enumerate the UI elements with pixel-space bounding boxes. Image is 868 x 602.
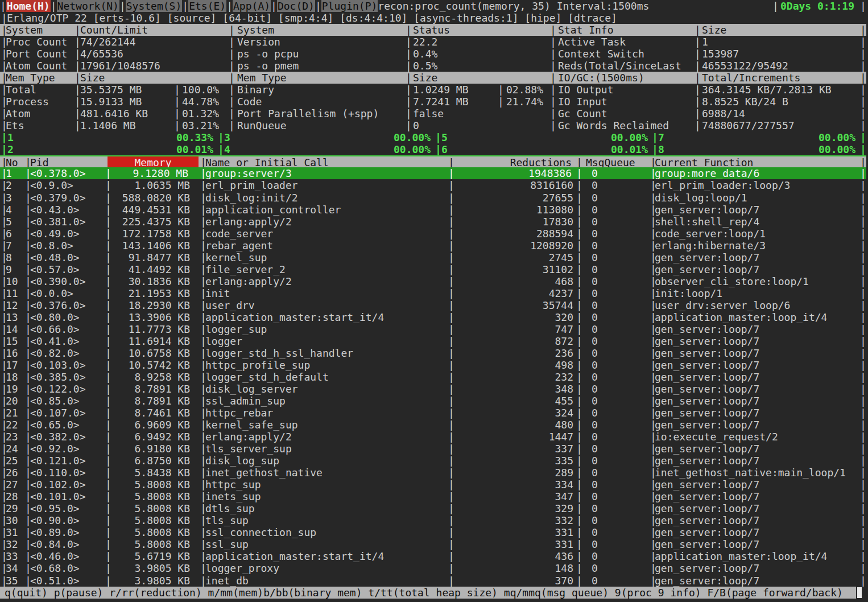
column-header: MsgQueue — [586, 156, 635, 168]
pipe: | — [576, 455, 582, 467]
cell-no: 11 — [6, 287, 18, 299]
pipe: | — [860, 287, 866, 299]
cell-current-function: gen_server:loop/7 — [655, 263, 759, 275]
cell-pid: <0.122.0> — [30, 383, 86, 395]
pipe: | — [448, 347, 454, 359]
process-row: ||||||||25<0.121.0>6.8750 KBdisk_log_sup… — [0, 455, 868, 467]
cell-msgqueue: 0 — [592, 575, 598, 587]
column-header: Current Function — [655, 156, 753, 168]
pipe: | — [448, 479, 454, 490]
column-header: Reductions — [510, 156, 572, 168]
process-row: ||||||||33<0.46.0>5.6719 KBapplication_m… — [0, 550, 868, 562]
pipe: | — [448, 216, 454, 228]
cell-name-or-initial-call: ssl_sup — [205, 538, 249, 550]
cell-memory: 10.5742 KB — [129, 359, 190, 371]
cell-msgqueue: 0 — [592, 371, 598, 383]
cell-name-or-initial-call: disk_log_sup — [205, 455, 279, 467]
cell-memory: 5.8008 KB — [134, 538, 190, 550]
pipe: | — [105, 550, 111, 562]
pipe: | — [576, 347, 582, 359]
pipe: | — [105, 443, 111, 455]
pipe: | — [229, 119, 235, 131]
pipe: | — [860, 72, 866, 84]
pipe: | — [229, 96, 235, 108]
cell-memory: 1.0635 MB — [134, 179, 190, 191]
memory-cell: 7.7241 MB — [413, 96, 469, 108]
pipe: | — [105, 467, 111, 479]
tab-plugin[interactable]: Plugin(P) — [321, 0, 378, 12]
tab-home[interactable]: Home(H) — [6, 0, 51, 12]
cell-no: 1 — [6, 167, 12, 179]
cell-reductions: 370 — [555, 575, 573, 587]
pipe: | — [576, 228, 582, 240]
cell-memory: 18.2930 KB — [129, 299, 190, 311]
uptime-value: 0Days 0:1:19 — [780, 0, 854, 12]
menu-separator: | — [182, 0, 188, 12]
pipe: | — [860, 204, 866, 216]
memory-cell: 35.5375 MB — [80, 84, 142, 96]
pipe: | — [860, 455, 866, 467]
cell-pid: <0.82.0> — [30, 347, 80, 359]
pipe: | — [860, 395, 866, 407]
cell-pid: <0.95.0> — [30, 502, 80, 514]
memory-cell: 0 — [413, 119, 419, 131]
process-row: ||||||||19<0.122.0>8.7891 KBdisk_log_ser… — [0, 383, 868, 395]
system-info-row: |||||||Atom Count17961/1048576ps -o pmem… — [0, 60, 868, 72]
pipe: | — [576, 299, 582, 311]
tab-app[interactable]: App(A) — [233, 0, 271, 12]
pipe: | — [860, 263, 866, 275]
memory-sort-column-header[interactable]: Memory — [108, 156, 199, 168]
pipe: | — [576, 251, 582, 263]
pipe: | — [105, 407, 111, 419]
uptime-separator: | — [772, 0, 779, 12]
cell-no: 33 — [6, 550, 18, 562]
pipe: | — [576, 156, 582, 168]
memory-cell: 1.1406 MB — [80, 119, 136, 131]
pipe: | — [860, 526, 866, 538]
cell-name-or-initial-call: erlang:apply/2 — [205, 216, 292, 228]
pipe: | — [652, 131, 658, 143]
tab-doc[interactable]: Doc(D) — [277, 0, 315, 12]
cell-current-function: gen_server:loop/7 — [655, 371, 759, 383]
cell-msgqueue: 0 — [592, 323, 598, 335]
cell-no: 5 — [6, 216, 12, 228]
pipe: | — [105, 228, 111, 240]
cell-reductions: 236 — [555, 347, 573, 359]
cell-pid: <0.41.0> — [30, 335, 80, 347]
pipe: | — [576, 383, 582, 395]
tab-network[interactable]: Network(N) — [57, 0, 119, 12]
scheduler-id: 2 — [7, 143, 14, 155]
pipe: | — [448, 359, 454, 371]
pipe: | — [695, 24, 701, 36]
cell-no: 28 — [6, 490, 18, 502]
cell-no: 4 — [6, 204, 12, 216]
column-header: IO/GC:(1500ms) — [558, 72, 644, 84]
cell-name-or-initial-call: erlang:apply/2 — [205, 431, 292, 443]
tab-system[interactable]: System(S) — [126, 0, 183, 12]
pipe: | — [448, 228, 454, 240]
memory-cell: IO Input — [558, 96, 607, 108]
pipe: | — [576, 407, 582, 419]
cell-name-or-initial-call: rebar_agent — [205, 240, 273, 251]
pipe: | — [448, 455, 454, 467]
pipe: | — [406, 60, 412, 72]
column-header: System — [6, 24, 43, 36]
process-row: ||||||||32<0.84.0>5.8008 KBssl_sup3310ge… — [0, 538, 868, 550]
tab-ets[interactable]: Ets(E) — [188, 0, 226, 12]
system-cell: 0.4% — [413, 48, 437, 60]
pipe: | — [860, 143, 866, 155]
cell-reductions: 455 — [555, 395, 573, 407]
cell-no: 12 — [6, 299, 18, 311]
observer-cli-terminal[interactable]: |Home(H)|Network(N)|System(S)|Ets(E)|App… — [0, 0, 868, 602]
cell-current-function: gen_server:loop/7 — [655, 383, 759, 395]
pipe: | — [550, 108, 556, 119]
pipe: | — [860, 347, 866, 359]
pipe: | — [448, 335, 454, 347]
cell-no: 15 — [6, 335, 18, 347]
system-cell: 46553122/95492 — [702, 60, 788, 72]
pipe: | — [860, 479, 866, 490]
column-header: Size — [413, 72, 437, 84]
cell-no: 6 — [6, 228, 12, 240]
scheduler-id: 7 — [658, 131, 664, 143]
cell-no: 25 — [6, 455, 18, 467]
